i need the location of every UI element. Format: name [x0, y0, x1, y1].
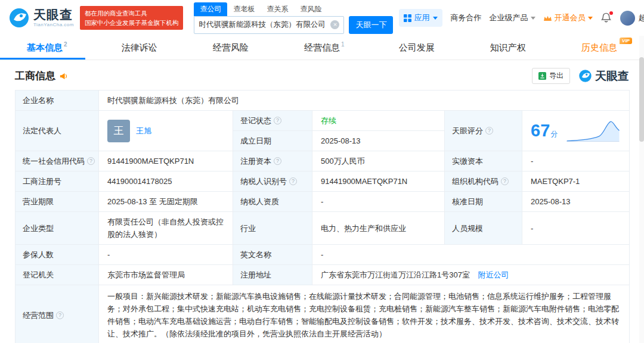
search-tab-relation[interactable]: 查关系: [261, 2, 294, 16]
tab-count-badge: 2: [64, 41, 67, 48]
taxpayer-no-value: 91441900MAETQKP71N: [321, 177, 407, 186]
help-icon[interactable]: ?: [56, 311, 64, 319]
chevron-down-icon: [433, 17, 438, 20]
help-icon[interactable]: ?: [87, 157, 95, 165]
watermark-text: 天眼查: [595, 68, 629, 84]
tianyancha-logo[interactable]: 天眼查 TianYanCha.com: [8, 7, 74, 29]
field-label: 注册资本: [240, 155, 271, 167]
search-tabs: 查公司 查老板 查关系 查风险: [194, 2, 393, 16]
apps-menu[interactable]: 应用: [399, 9, 442, 27]
field-label: 天眼评分: [452, 124, 483, 137]
tab-basic-info[interactable]: 基本信息2: [27, 36, 67, 60]
open-vip-link[interactable]: 开通会员: [543, 13, 593, 23]
field-label: 纳税人识别号: [240, 175, 287, 188]
field-label: 经营范围: [23, 309, 54, 322]
establish-date-value: 2025-08-13: [321, 136, 361, 145]
table-row: 企业类型 有限责任公司（非自然人投资或控股的法人独资） 行业 电力、热力生产和供…: [16, 212, 630, 245]
table-row: 法定代表人 王 王旭 登记状态? 存续 天眼评分? 67分: [16, 111, 630, 131]
help-icon[interactable]: ?: [485, 127, 493, 135]
search-input-box: ×: [194, 16, 344, 34]
tab-operation-info[interactable]: 经营信息1: [304, 36, 345, 60]
tab-label: 经营信息: [304, 42, 340, 54]
business-info-table: 企业名称 时代骐骥新能源科技（东莞）有限公司 法定代表人 王 王旭 登记状态? …: [15, 90, 630, 343]
apps-grid-icon: [404, 14, 411, 22]
enterprise-product-link[interactable]: 企业级产品: [489, 13, 535, 23]
scrollbar-thumb[interactable]: [639, 57, 644, 142]
section-title-text: 工商信息: [15, 69, 55, 83]
field-label: 实缴资本: [452, 155, 483, 167]
business-term-value: 2025-08-13 至 无固定期限: [107, 197, 198, 206]
top-bar: 天眼查 TianYanCha.com 都在用的商业查询工具 国家中小企业发展子基…: [0, 0, 644, 36]
reg-no-value: 441900014178025: [107, 177, 172, 186]
promo-banner: 都在用的商业查询工具 国家中小企业发展子基金旗下机构: [80, 6, 184, 30]
field-label: 纳税人资质: [240, 195, 279, 208]
table-row: 企业名称 时代骐骥新能源科技（东莞）有限公司: [16, 91, 630, 111]
tab-count-badge: 1: [341, 41, 345, 48]
tab-intellectual-property[interactable]: 知识产权: [490, 36, 527, 60]
field-label: 登记状态: [240, 114, 271, 127]
field-label: 行业: [240, 222, 256, 235]
tianyancha-watermark: 天眼查: [578, 68, 629, 84]
help-icon[interactable]: ?: [274, 157, 281, 165]
field-label: 企业名称: [23, 94, 54, 107]
tab-operation-risk[interactable]: 经营风险: [213, 36, 250, 60]
legal-rep-link[interactable]: 王旭: [136, 124, 151, 137]
field-label: 成立日期: [240, 135, 271, 147]
logo-domain: TianYanCha.com: [33, 23, 74, 27]
tab-label: 基本信息: [27, 42, 63, 54]
biz-cooperation-link[interactable]: 商务合作: [450, 13, 481, 23]
promo-line1: 都在用的商业查询工具: [85, 8, 179, 18]
tianyancha-logo-icon: [578, 69, 592, 83]
field-label: 注册地址: [240, 269, 271, 281]
business-info-header: 工商信息 导出 天眼查: [15, 68, 629, 84]
field-label: 登记机关: [23, 269, 54, 281]
search-tab-boss[interactable]: 查老板: [227, 2, 261, 16]
english-name-value: -: [321, 250, 323, 259]
search-block: 查公司 查老板 查关系 查风险 × 天眼一下: [194, 2, 393, 34]
search-tab-company[interactable]: 查公司: [194, 2, 227, 16]
field-label: 核准日期: [452, 195, 483, 208]
avatar: [620, 11, 635, 26]
top-right-nav: 应用 商务合作 企业级产品 开通会员 超级...: [399, 9, 644, 27]
export-icon: [538, 72, 546, 80]
megaphone-icon: [59, 72, 68, 80]
org-code-value: MAETQKP7-1: [531, 177, 580, 186]
tab-history-info[interactable]: 历史信息 VIP: [581, 36, 617, 60]
vip-badge: VIP: [620, 38, 632, 44]
table-row: 登记机关 东莞市市场监督管理局 注册地址 广东省东莞市万江街道万江沿江路1号30…: [16, 265, 630, 285]
tab-company-development[interactable]: 公司发展: [399, 36, 436, 60]
tab-label: 公司发展: [399, 42, 435, 54]
reg-address-value: 广东省东莞市万江街道万江沿江路1号307室: [321, 270, 470, 279]
search-tab-risk[interactable]: 查风险: [294, 2, 327, 16]
logo-text: 天眼查: [33, 8, 74, 21]
help-icon[interactable]: ?: [274, 117, 281, 124]
field-label: 企业类型: [23, 222, 54, 235]
table-row: 经营范围? 一般项目：新兴能源技术研发；新能源汽车换电设施销售；在线能源计量技术…: [16, 285, 630, 343]
company-type-value: 有限责任公司（非自然人投资或控股的法人独资）: [107, 217, 224, 239]
reg-status-value: 存续: [321, 116, 336, 125]
export-label: 导出: [549, 71, 564, 81]
paid-capital-value: -: [531, 157, 533, 166]
search-input[interactable]: [199, 21, 330, 29]
business-scope-value: 一般项目：新兴能源技术研发；新能源汽车换电设施销售；在线能源计量技术研发；合同能…: [107, 292, 619, 338]
legal-rep-avatar[interactable]: 王: [107, 120, 130, 142]
crown-icon: [543, 15, 552, 21]
notification-bell-icon[interactable]: [600, 12, 612, 24]
clear-search-icon[interactable]: ×: [330, 20, 339, 29]
tab-label: 经营风险: [213, 42, 249, 54]
tab-legal-litigation[interactable]: 法律诉讼: [122, 36, 159, 60]
help-icon[interactable]: ?: [501, 177, 509, 185]
chevron-down-icon: [588, 17, 593, 20]
nearby-companies-link[interactable]: 附近公司: [478, 270, 509, 279]
help-icon[interactable]: ?: [289, 177, 297, 185]
score-curve-chart: [566, 116, 621, 146]
export-button[interactable]: 导出: [532, 68, 570, 84]
field-label: 营业期限: [23, 195, 54, 208]
staff-scale-value: -: [531, 224, 533, 233]
tyc-score: 67分: [531, 116, 621, 146]
user-menu[interactable]: 超级...: [620, 11, 644, 26]
apps-label: 应用: [414, 13, 429, 23]
credit-code-value: 91441900MAETQKP71N: [107, 157, 194, 166]
approval-date-value: 2025-08-13: [531, 197, 571, 206]
search-button[interactable]: 天眼一下: [349, 16, 393, 34]
